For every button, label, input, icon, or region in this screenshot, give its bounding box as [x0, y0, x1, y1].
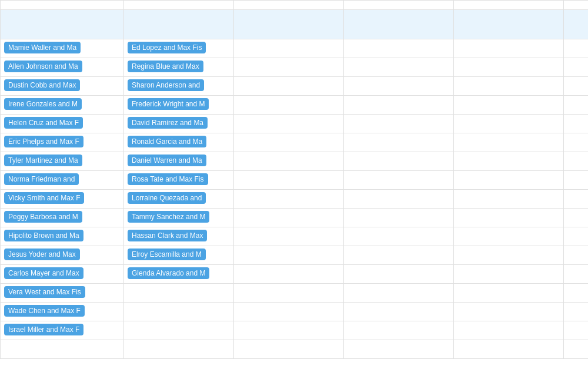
chip-label[interactable]: Peggy Barbosa and M: [4, 211, 82, 223]
table-cell: [454, 96, 564, 115]
table-cell: [344, 321, 454, 340]
chip-label[interactable]: Mamie Waller and Ma: [4, 42, 81, 53]
chip-label[interactable]: Wade Chen and Max F: [4, 305, 85, 317]
table-cell: [454, 227, 564, 246]
chip-label[interactable]: Elroy Escamilla and M: [128, 249, 206, 260]
table-cell: [344, 133, 454, 152]
table-cell[interactable]: Peggy Barbosa and M: [1, 209, 124, 227]
table-cell[interactable]: Mamie Waller and Ma: [1, 39, 124, 58]
table-cell: [234, 340, 344, 359]
chip-label[interactable]: Helen Cruz and Max F: [4, 117, 83, 129]
table-cell[interactable]: Frederick Wright and M: [124, 96, 234, 115]
table-cell[interactable]: Regina Blue and Max: [124, 58, 234, 77]
table-cell[interactable]: Vera West and Max Fis: [1, 284, 124, 303]
table-cell[interactable]: Tyler Martinez and Ma: [1, 152, 124, 171]
table-cell[interactable]: Eric Phelps and Max F: [1, 133, 124, 152]
table-cell[interactable]: Hassan Clark and Max: [124, 227, 234, 246]
table-cell: [564, 152, 589, 171]
table-cell: [454, 133, 564, 152]
table-cell[interactable]: Ronald Garcia and Ma: [124, 133, 234, 152]
table-cell: [344, 96, 454, 115]
table-cell: [564, 39, 589, 58]
chip-label[interactable]: Frederick Wright and M: [128, 98, 209, 110]
table-cell[interactable]: Daniel Warren and Ma: [124, 152, 234, 171]
table-cell[interactable]: Helen Cruz and Max F: [1, 115, 124, 133]
chip-label[interactable]: Dustin Cobb and Max: [4, 79, 80, 91]
table-cell: [564, 190, 589, 209]
table-cell[interactable]: Elroy Escamilla and M: [124, 246, 234, 265]
table-cell[interactable]: Israel Miller and Max F: [1, 321, 124, 340]
chip-label[interactable]: Lorraine Quezada and: [128, 192, 206, 204]
table-cell: [564, 115, 589, 133]
table-cell: [454, 246, 564, 265]
table-cell: [344, 171, 454, 190]
table-cell[interactable]: Dustin Cobb and Max: [1, 77, 124, 96]
table-cell: [564, 246, 589, 265]
table-cell[interactable]: Wade Chen and Max F: [1, 303, 124, 321]
table-cell: [234, 115, 344, 133]
table-cell[interactable]: Norma Friedman and: [1, 171, 124, 190]
table-cell: [454, 265, 564, 284]
table-cell[interactable]: Sharon Anderson and: [124, 77, 234, 96]
table-cell: [234, 1, 344, 10]
table-cell[interactable]: Irene Gonzales and M: [1, 96, 124, 115]
table-cell: [1, 10, 124, 39]
chip-label[interactable]: Glenda Alvarado and M: [128, 267, 209, 279]
table-cell: [234, 171, 344, 190]
table-cell[interactable]: Tammy Sanchez and M: [124, 209, 234, 227]
chip-label[interactable]: Tyler Martinez and Ma: [4, 155, 82, 166]
chip-label[interactable]: Carlos Mayer and Max: [4, 267, 83, 279]
chip-label[interactable]: Hipolito Brown and Ma: [4, 230, 83, 241]
table-cell: [344, 227, 454, 246]
table-cell: [234, 227, 344, 246]
table-cell: [454, 190, 564, 209]
chip-label[interactable]: Allen Johnson and Ma: [4, 61, 82, 72]
table-cell[interactable]: Hipolito Brown and Ma: [1, 227, 124, 246]
chip-label[interactable]: Israel Miller and Max F: [4, 324, 83, 335]
table-cell: [344, 340, 454, 359]
table-cell: [344, 77, 454, 96]
table-cell: [344, 1, 454, 10]
table-cell: [454, 77, 564, 96]
table-cell[interactable]: Rosa Tate and Max Fis: [124, 171, 234, 190]
table-cell: [454, 39, 564, 58]
table-cell[interactable]: Glenda Alvarado and M: [124, 265, 234, 284]
table-cell: [564, 209, 589, 227]
chip-label[interactable]: Eric Phelps and Max F: [4, 136, 83, 147]
chip-label[interactable]: Daniel Warren and Ma: [128, 155, 206, 166]
table-cell: [564, 265, 589, 284]
table-cell[interactable]: Allen Johnson and Ma: [1, 58, 124, 77]
chip-label[interactable]: Sharon Anderson and: [128, 79, 204, 91]
table-cell: [344, 152, 454, 171]
table-cell[interactable]: Vicky Smith and Max F: [1, 190, 124, 209]
table-cell: [124, 10, 234, 39]
chip-label[interactable]: Rosa Tate and Max Fis: [128, 173, 208, 185]
table-cell[interactable]: Jesus Yoder and Max: [1, 246, 124, 265]
chip-label[interactable]: Norma Friedman and: [4, 173, 79, 185]
table-cell: [124, 321, 234, 340]
table-cell: [234, 303, 344, 321]
table-cell: [344, 58, 454, 77]
table-cell: [234, 96, 344, 115]
table-cell: [124, 340, 234, 359]
chip-label[interactable]: Regina Blue and Max: [128, 61, 203, 72]
chip-label[interactable]: Irene Gonzales and M: [4, 98, 82, 110]
table-cell[interactable]: Carlos Mayer and Max: [1, 265, 124, 284]
chip-label[interactable]: David Ramirez and Ma: [128, 117, 208, 129]
chip-label[interactable]: Ronald Garcia and Ma: [128, 136, 206, 147]
table-cell: [454, 152, 564, 171]
chip-label[interactable]: Hassan Clark and Max: [128, 230, 207, 241]
table-cell: [454, 171, 564, 190]
table-cell[interactable]: David Ramirez and Ma: [124, 115, 234, 133]
table-cell: [454, 209, 564, 227]
table-cell[interactable]: Lorraine Quezada and: [124, 190, 234, 209]
table-cell: [234, 321, 344, 340]
chip-label[interactable]: Vera West and Max Fis: [4, 286, 85, 298]
table-cell: [454, 284, 564, 303]
table-cell: [234, 284, 344, 303]
chip-label[interactable]: Jesus Yoder and Max: [4, 249, 80, 260]
chip-label[interactable]: Tammy Sanchez and M: [128, 211, 209, 223]
chip-label[interactable]: Vicky Smith and Max F: [4, 192, 84, 204]
table-cell[interactable]: Ed Lopez and Max Fis: [124, 39, 234, 58]
chip-label[interactable]: Ed Lopez and Max Fis: [128, 42, 206, 53]
